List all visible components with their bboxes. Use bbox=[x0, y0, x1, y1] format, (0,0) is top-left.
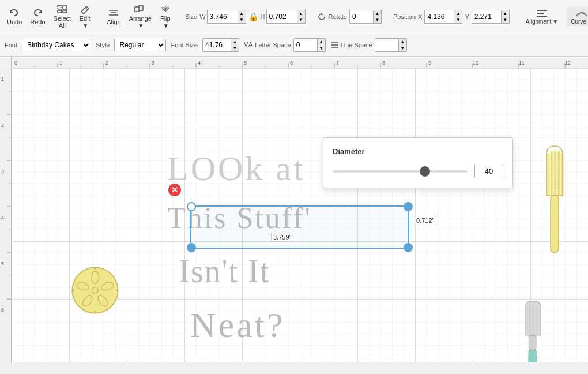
x-input[interactable]: 4.136 bbox=[425, 12, 454, 21]
y-input[interactable]: 2.271 bbox=[472, 12, 501, 21]
canvas-container[interactable]: 0 1 2 3 4 5 6 7 8 9 10 11 12 bbox=[0, 57, 588, 362]
curve-slider[interactable] bbox=[333, 170, 468, 173]
y-down-btn[interactable]: ▼ bbox=[501, 17, 509, 23]
selection-box: ✕ bbox=[190, 205, 409, 249]
letter-space-up-btn[interactable]: ▲ bbox=[317, 39, 325, 45]
svg-rect-90 bbox=[529, 348, 536, 362]
height-down-btn[interactable]: ▼ bbox=[297, 17, 305, 23]
select-all-label: Select All bbox=[54, 15, 71, 29]
line-space-input[interactable] bbox=[375, 40, 398, 50]
flip-icon bbox=[160, 5, 171, 14]
rotate-input[interactable]: 0 bbox=[350, 12, 373, 21]
width-down-btn[interactable]: ▼ bbox=[238, 17, 246, 23]
h-label: H bbox=[261, 13, 265, 20]
line-space-down-btn[interactable]: ▼ bbox=[398, 45, 406, 51]
alignment-icon bbox=[536, 8, 548, 18]
ruler-vertical: 1 2 3 4 5 6 bbox=[0, 68, 12, 362]
arrange-label: Arrange bbox=[129, 15, 152, 22]
font-size-up-btn[interactable]: ▲ bbox=[231, 39, 239, 45]
handle-bottom-right[interactable] bbox=[404, 243, 413, 252]
svg-point-79 bbox=[72, 289, 74, 291]
select-all-button[interactable]: Select All bbox=[51, 3, 74, 30]
text-line2: This Stuff' bbox=[167, 201, 312, 235]
svg-marker-11 bbox=[166, 8, 169, 11]
width-input[interactable]: 3.746 bbox=[208, 12, 238, 21]
width-up-btn[interactable]: ▲ bbox=[238, 10, 246, 17]
height-input-wrap: 0.702 ▲ ▼ bbox=[266, 10, 306, 24]
svg-text:8: 8 bbox=[382, 60, 385, 66]
ruler-horizontal: 0 1 2 3 4 5 6 7 8 9 10 11 12 bbox=[12, 57, 588, 68]
svg-text:3: 3 bbox=[1, 169, 4, 174]
svg-point-78 bbox=[94, 311, 96, 313]
fork-bottom-right bbox=[519, 293, 548, 362]
letter-space-label: Letter Space bbox=[255, 42, 291, 48]
position-group: Position X 4.136 ▲ ▼ Y 2.271 ▲ ▼ bbox=[393, 10, 510, 24]
font-size-down-btn[interactable]: ▼ bbox=[231, 45, 239, 51]
redo-button[interactable]: Redo bbox=[28, 7, 47, 27]
handle-top-right[interactable] bbox=[404, 202, 413, 211]
selection-close-button[interactable]: ✕ bbox=[168, 184, 181, 196]
svg-rect-9 bbox=[138, 6, 143, 10]
height-up-btn[interactable]: ▲ bbox=[297, 10, 305, 17]
svg-rect-8 bbox=[135, 7, 140, 12]
style-select[interactable]: Regular bbox=[114, 39, 166, 51]
svg-text:1: 1 bbox=[1, 76, 4, 82]
va-icon: V̲A bbox=[244, 41, 252, 48]
font-size-wrap: 41.76 ▲ ▼ bbox=[202, 38, 239, 52]
svg-rect-1 bbox=[63, 6, 67, 9]
arrange-dropdown-arrow: ▼ bbox=[138, 23, 144, 29]
edit-dropdown-arrow: ▼ bbox=[82, 23, 88, 29]
svg-text:11: 11 bbox=[519, 60, 525, 66]
height-input[interactable]: 0.702 bbox=[267, 12, 297, 21]
font-select[interactable]: Birthday Cakes bbox=[22, 39, 91, 51]
line-space-label: Line Space bbox=[330, 40, 372, 50]
svg-point-70 bbox=[72, 267, 118, 313]
rotate-input-wrap: 0 ▲ ▼ bbox=[349, 10, 382, 24]
y-input-wrap: 2.271 ▲ ▼ bbox=[472, 10, 510, 24]
line-space-group: Line Space ▲ ▼ bbox=[330, 38, 407, 52]
curve-button[interactable]: Curve ▼ bbox=[566, 7, 588, 26]
redo-label: Redo bbox=[30, 18, 45, 25]
alignment-button[interactable]: Alignment ▼ bbox=[521, 7, 563, 26]
font-size-input[interactable]: 41.76 bbox=[203, 40, 231, 50]
align-button[interactable]: Align bbox=[104, 7, 123, 27]
line-space-up-btn[interactable]: ▲ bbox=[398, 39, 406, 45]
rotate-up-btn[interactable]: ▲ bbox=[373, 10, 381, 17]
svg-rect-91 bbox=[529, 335, 536, 350]
style-label: Style bbox=[96, 42, 110, 48]
svg-point-77 bbox=[94, 267, 96, 270]
svg-point-80 bbox=[116, 289, 118, 291]
font-label: Font bbox=[5, 42, 17, 48]
flip-dropdown-arrow: ▼ bbox=[163, 23, 169, 29]
rotate-label: Rotate bbox=[329, 13, 347, 20]
handle-bottom-left[interactable] bbox=[187, 243, 196, 252]
handle-top-left[interactable] bbox=[187, 202, 196, 211]
rotate-down-btn[interactable]: ▼ bbox=[373, 17, 381, 23]
font-size-label: Font Size bbox=[171, 42, 197, 48]
svg-rect-81 bbox=[551, 195, 559, 253]
arrange-button[interactable]: Arrange ▼ bbox=[127, 3, 154, 30]
canvas-grid[interactable]: LOOk at This Stuff' Isn't It Neat? ✕ 3.7… bbox=[12, 68, 588, 362]
curve-value-input[interactable]: 40 bbox=[474, 164, 503, 178]
svg-marker-10 bbox=[161, 8, 165, 11]
curve-popup-title: Diameter bbox=[333, 147, 503, 156]
letter-space-input[interactable]: 0 bbox=[294, 40, 317, 50]
letter-space-down-btn[interactable]: ▼ bbox=[317, 45, 325, 51]
text-line1: LOOk at bbox=[167, 149, 306, 189]
x-input-wrap: 4.136 ▲ ▼ bbox=[424, 10, 462, 24]
curve-label: Curve bbox=[571, 18, 586, 25]
x-up-btn[interactable]: ▲ bbox=[454, 10, 462, 17]
svg-text:9: 9 bbox=[428, 60, 431, 66]
lock-icon: 🔒 bbox=[248, 12, 258, 21]
svg-text:4: 4 bbox=[1, 215, 4, 220]
edit-button[interactable]: Edit ▼ bbox=[77, 3, 93, 30]
y-up-btn[interactable]: ▲ bbox=[501, 10, 509, 17]
svg-text:6: 6 bbox=[1, 307, 4, 313]
line-space-icon bbox=[330, 40, 340, 50]
flip-button[interactable]: Flip ▼ bbox=[157, 3, 174, 30]
undo-button[interactable]: Undo bbox=[5, 7, 24, 27]
x-down-btn[interactable]: ▼ bbox=[454, 17, 462, 23]
align-icon bbox=[108, 8, 119, 17]
size-label: Size bbox=[185, 13, 197, 20]
svg-text:7: 7 bbox=[336, 60, 339, 66]
